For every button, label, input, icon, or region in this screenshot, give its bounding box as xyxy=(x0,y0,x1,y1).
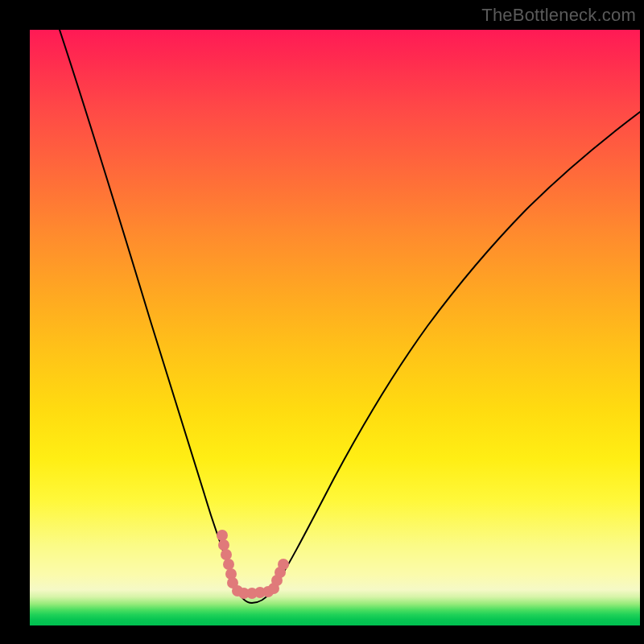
svg-point-1 xyxy=(218,539,229,551)
curve-layer xyxy=(30,30,640,625)
svg-point-0 xyxy=(217,530,228,541)
chart-container: TheBottleneck.com xyxy=(0,0,644,644)
plot-area xyxy=(30,30,640,625)
svg-point-3 xyxy=(223,559,234,570)
optimal-range-marker xyxy=(217,530,289,599)
svg-point-2 xyxy=(221,549,232,560)
watermark-text: TheBottleneck.com xyxy=(481,5,636,26)
svg-point-14 xyxy=(278,559,289,570)
bottleneck-curve xyxy=(60,30,640,603)
